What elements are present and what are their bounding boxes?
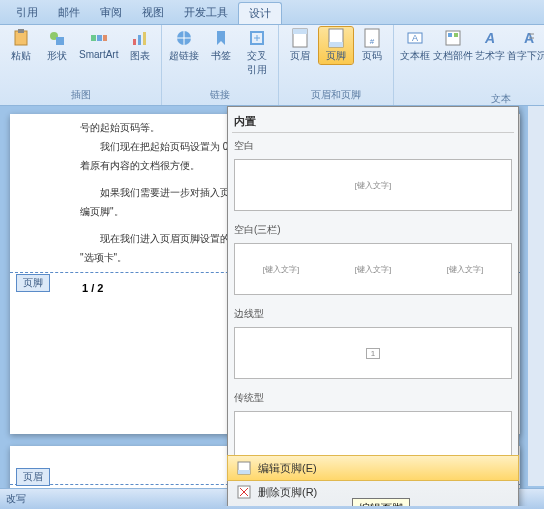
- textbox-button[interactable]: A文本框: [398, 27, 432, 91]
- edit-footer-menuitem[interactable]: 编辑页脚(E): [228, 456, 518, 480]
- svg-rect-4: [91, 35, 96, 41]
- svg-rect-6: [103, 35, 107, 41]
- group-text: 文本: [398, 91, 544, 107]
- tab-view[interactable]: 视图: [132, 2, 174, 24]
- smartart-button[interactable]: SmartArt: [76, 27, 121, 64]
- gallery-label-edge: 边线型: [232, 305, 514, 323]
- status-overwrite[interactable]: 改写: [6, 492, 26, 506]
- svg-text:A: A: [412, 33, 418, 43]
- edit-icon: [236, 460, 252, 476]
- tab-design[interactable]: 设计: [238, 2, 282, 24]
- svg-rect-22: [454, 33, 458, 37]
- vertical-scrollbar[interactable]: [528, 106, 544, 486]
- ribbon: 粘贴 形状 SmartArt 图表 插图 超链接 书签 交叉 引用 链接 页眉 …: [0, 25, 544, 106]
- dropcap-button[interactable]: A首字下沉: [509, 27, 544, 91]
- svg-rect-21: [448, 33, 452, 37]
- group-links: 链接: [166, 87, 274, 103]
- svg-rect-3: [56, 37, 64, 45]
- tab-review[interactable]: 审阅: [90, 2, 132, 24]
- crossref-button[interactable]: 交叉 引用: [240, 27, 274, 78]
- svg-rect-31: [238, 470, 250, 474]
- wordart-button[interactable]: A艺术字: [473, 27, 507, 91]
- footer-pagenum[interactable]: 1 / 2: [82, 282, 103, 294]
- quickparts-button[interactable]: 文档部件: [434, 27, 470, 91]
- ribbon-tabs: 引用 邮件 审阅 视图 开发工具 设计: [0, 0, 544, 25]
- header-tag: 页眉: [16, 468, 50, 486]
- chart-button[interactable]: 图表: [123, 27, 157, 64]
- svg-rect-8: [138, 35, 141, 45]
- gallery-category-builtin: 内置: [232, 111, 514, 133]
- footer-tag: 页脚: [16, 274, 50, 292]
- shapes-button[interactable]: 形状: [40, 27, 74, 64]
- gallery-label-blank: 空白: [232, 137, 514, 155]
- footer-button[interactable]: 页脚: [319, 27, 353, 64]
- tab-developer[interactable]: 开发工具: [174, 2, 238, 24]
- tab-mailings[interactable]: 邮件: [48, 2, 90, 24]
- group-illustrations: 插图: [4, 87, 157, 103]
- paste-button[interactable]: 粘贴: [4, 27, 38, 64]
- footer-gallery-dropdown: 内置 空白 [键入文字] 空白(三栏) [键入文字][键入文字][键入文字] 边…: [227, 106, 519, 506]
- hyperlink-button[interactable]: 超链接: [166, 27, 202, 78]
- remove-icon: [236, 484, 252, 500]
- svg-rect-9: [143, 32, 146, 45]
- group-headerfooter: 页眉和页脚: [283, 87, 389, 103]
- svg-rect-0: [15, 31, 27, 45]
- gallery-scroll[interactable]: 内置 空白 [键入文字] 空白(三栏) [键入文字][键入文字][键入文字] 边…: [228, 107, 518, 455]
- pagenum-button[interactable]: #页码: [355, 27, 389, 64]
- bookmark-button[interactable]: 书签: [204, 27, 238, 78]
- svg-rect-5: [97, 35, 102, 41]
- header-button[interactable]: 页眉: [283, 27, 317, 64]
- document-area: 号的起始页码等。 我们现在把起始页码设置为 0。倒着页页 着原有内容的文档很方便…: [0, 106, 544, 506]
- gallery-item-blank[interactable]: [键入文字]: [234, 159, 512, 211]
- gallery-label-traditional: 传统型: [232, 389, 514, 407]
- gallery-item-traditional[interactable]: 1: [234, 411, 512, 455]
- svg-rect-15: [329, 42, 343, 47]
- svg-rect-13: [293, 29, 307, 34]
- svg-rect-7: [133, 39, 136, 45]
- svg-rect-1: [18, 29, 24, 33]
- gallery-label-blank3: 空白(三栏): [232, 221, 514, 239]
- svg-text:A: A: [484, 30, 495, 46]
- tooltip-edit-footer: 编辑页脚: [352, 498, 410, 506]
- gallery-item-edge[interactable]: 1: [234, 327, 512, 379]
- gallery-item-blank3[interactable]: [键入文字][键入文字][键入文字]: [234, 243, 512, 295]
- svg-text:#: #: [370, 37, 375, 46]
- tab-references[interactable]: 引用: [6, 2, 48, 24]
